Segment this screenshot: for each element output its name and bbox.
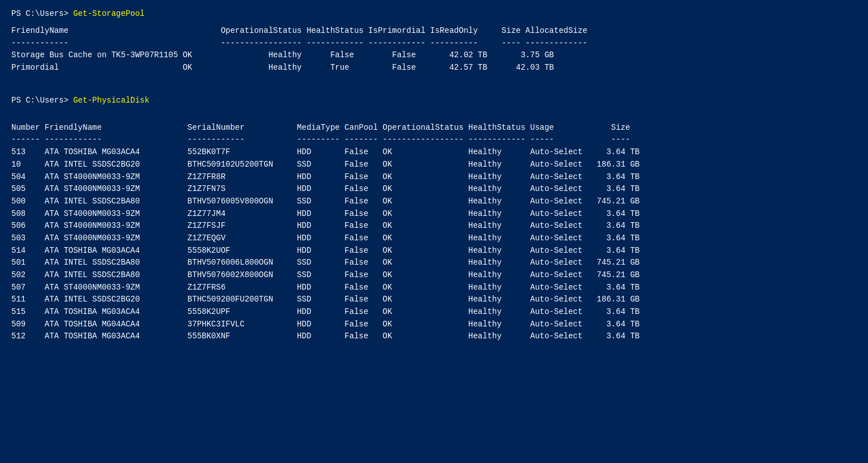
- physical-disk-row-6: 508 ATA ST4000NM0033-9ZM Z1Z77JM4 HDD Fa…: [11, 208, 857, 220]
- storage-pool-table: FriendlyName OperationalStatus HealthSta…: [11, 25, 857, 74]
- prompt1: PS C:\Users>: [11, 9, 73, 18]
- command1-text: Get-StoragePool: [73, 9, 144, 18]
- physical-disk-row-9: 514 ATA TOSHIBA MG03ACA4 5558K2UOF HDD F…: [11, 245, 857, 257]
- blank-line-2: [11, 112, 857, 122]
- blank-line-1: [11, 86, 857, 96]
- physical-disk-row-8: 503 ATA ST4000NM0033-9ZM Z1Z7EQGV HDD Fa…: [11, 232, 857, 245]
- physical-disk-header: Number FriendlyName SerialNumber MediaTy…: [11, 122, 857, 134]
- storage-pool-row-2: Primordial OK Healthy True False 42.57 T…: [11, 62, 857, 74]
- physical-disk-row-14: 515 ATA TOSHIBA MG03ACA4 5558K2UPF HDD F…: [11, 306, 857, 318]
- physical-disk-row-7: 506 ATA ST4000NM0033-9ZM Z1Z7FSJF HDD Fa…: [11, 220, 857, 232]
- physical-disk-row-2: 10 ATA INTEL SSDSC2BG20 BTHC509102U5200T…: [11, 159, 857, 171]
- terminal-window: PS C:\Users> Get-StoragePool FriendlyNam…: [11, 9, 857, 343]
- command1-line: PS C:\Users> Get-StoragePool: [11, 9, 857, 18]
- prompt2: PS C:\Users>: [11, 96, 73, 105]
- physical-disk-separator: ------ ------------ ------------ -------…: [11, 134, 857, 146]
- physical-disk-row-11: 502 ATA INTEL SSDSC2BA80 BTHV5076002X800…: [11, 269, 857, 282]
- physical-disk-row-12: 507 ATA ST4000NM0033-9ZM Z1Z7FRS6 HDD Fa…: [11, 282, 857, 294]
- command2-line: PS C:\Users> Get-PhysicalDisk: [11, 96, 857, 105]
- physical-disk-row-1: 513 ATA TOSHIBA MG03ACA4 552BK0T7F HDD F…: [11, 146, 857, 159]
- storage-pool-separator: ------------ ----------------- ---------…: [11, 37, 857, 50]
- physical-disk-row-16: 512 ATA TOSHIBA MG03ACA4 555BK0XNF HDD F…: [11, 330, 857, 343]
- physical-disk-row-4: 505 ATA ST4000NM0033-9ZM Z1Z7FN7S HDD Fa…: [11, 183, 857, 196]
- physical-disk-row-10: 501 ATA INTEL SSDSC2BA80 BTHV5076006L800…: [11, 257, 857, 269]
- physical-disk-row-15: 509 ATA TOSHIBA MG04ACA4 37PHKC3IFVLC HD…: [11, 318, 857, 331]
- storage-pool-row-1: Storage Bus Cache on TK5-3WP07R1105 OK H…: [11, 49, 857, 62]
- physical-disk-row-5: 500 ATA INTEL SSDSC2BA80 BTHV5076005V800…: [11, 196, 857, 208]
- storage-pool-header: FriendlyName OperationalStatus HealthSta…: [11, 25, 857, 37]
- physical-disk-table: Number FriendlyName SerialNumber MediaTy…: [11, 122, 857, 343]
- command2-text: Get-PhysicalDisk: [73, 96, 149, 105]
- physical-disk-row-3: 504 ATA ST4000NM0033-9ZM Z1Z7FR8R HDD Fa…: [11, 171, 857, 184]
- physical-disk-row-13: 511 ATA INTEL SSDSC2BG20 BTHC509200FU200…: [11, 294, 857, 306]
